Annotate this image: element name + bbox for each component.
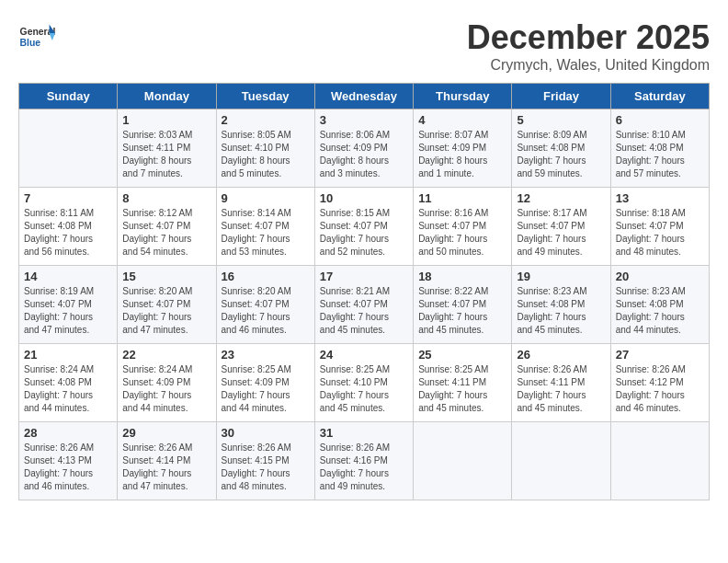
day-of-week-header: Tuesday: [216, 84, 314, 109]
calendar-cell: 7Sunrise: 8:11 AM Sunset: 4:08 PM Daylig…: [19, 188, 118, 266]
day-info: Sunrise: 8:03 AM Sunset: 4:11 PM Dayligh…: [122, 129, 210, 180]
calendar-cell: 14Sunrise: 8:19 AM Sunset: 4:07 PM Dayli…: [19, 266, 118, 344]
calendar-cell: 23Sunrise: 8:25 AM Sunset: 4:09 PM Dayli…: [216, 344, 314, 422]
calendar-week-row: 14Sunrise: 8:19 AM Sunset: 4:07 PM Dayli…: [19, 266, 710, 344]
calendar-cell: 10Sunrise: 8:15 AM Sunset: 4:07 PM Dayli…: [314, 188, 413, 266]
calendar-cell: 22Sunrise: 8:24 AM Sunset: 4:09 PM Dayli…: [118, 344, 216, 422]
day-number: 11: [418, 191, 506, 205]
day-number: 29: [122, 426, 210, 440]
day-number: 28: [24, 426, 112, 440]
day-number: 30: [222, 426, 310, 440]
calendar-cell: 4Sunrise: 8:07 AM Sunset: 4:09 PM Daylig…: [414, 109, 512, 188]
day-number: 19: [517, 270, 605, 283]
day-info: Sunrise: 8:11 AM Sunset: 4:08 PM Dayligh…: [24, 207, 112, 259]
day-info: Sunrise: 8:19 AM Sunset: 4:07 PM Dayligh…: [24, 285, 112, 337]
calendar-cell: 6Sunrise: 8:10 AM Sunset: 4:08 PM Daylig…: [610, 109, 709, 188]
calendar-week-row: 1Sunrise: 8:03 AM Sunset: 4:11 PM Daylig…: [19, 109, 710, 188]
calendar-cell: 13Sunrise: 8:18 AM Sunset: 4:07 PM Dayli…: [610, 188, 709, 266]
calendar-cell: [610, 422, 709, 500]
day-info: Sunrise: 8:15 AM Sunset: 4:07 PM Dayligh…: [320, 207, 408, 259]
day-info: Sunrise: 8:23 AM Sunset: 4:08 PM Dayligh…: [616, 285, 704, 337]
day-info: Sunrise: 8:18 AM Sunset: 4:07 PM Dayligh…: [616, 207, 704, 259]
day-info: Sunrise: 8:25 AM Sunset: 4:11 PM Dayligh…: [418, 363, 506, 415]
day-number: 2: [222, 113, 310, 127]
day-of-week-header: Wednesday: [314, 84, 413, 109]
calendar-cell: 28Sunrise: 8:26 AM Sunset: 4:13 PM Dayli…: [19, 422, 118, 500]
logo-icon: General Blue: [18, 18, 55, 55]
day-info: Sunrise: 8:10 AM Sunset: 4:08 PM Dayligh…: [616, 129, 704, 180]
day-info: Sunrise: 8:21 AM Sunset: 4:07 PM Dayligh…: [320, 285, 408, 337]
day-number: 14: [24, 270, 112, 283]
day-number: 10: [320, 191, 408, 205]
location: Crymych, Wales, United Kingdom: [467, 57, 710, 74]
day-info: Sunrise: 8:12 AM Sunset: 4:07 PM Dayligh…: [122, 207, 210, 259]
day-number: 31: [320, 426, 408, 440]
day-info: Sunrise: 8:14 AM Sunset: 4:07 PM Dayligh…: [222, 207, 310, 259]
header: General Blue December 2025 Crymych, Wale…: [18, 18, 710, 74]
day-number: 20: [616, 270, 704, 283]
day-number: 21: [24, 348, 112, 362]
day-number: 25: [418, 348, 506, 362]
calendar-cell: 24Sunrise: 8:25 AM Sunset: 4:10 PM Dayli…: [314, 344, 413, 422]
calendar-week-row: 7Sunrise: 8:11 AM Sunset: 4:08 PM Daylig…: [19, 188, 710, 266]
calendar-cell: 3Sunrise: 8:06 AM Sunset: 4:09 PM Daylig…: [314, 109, 413, 188]
calendar-cell: 16Sunrise: 8:20 AM Sunset: 4:07 PM Dayli…: [216, 266, 314, 344]
calendar-cell: 30Sunrise: 8:26 AM Sunset: 4:15 PM Dayli…: [216, 422, 314, 500]
calendar-cell: [414, 422, 512, 500]
day-info: Sunrise: 8:05 AM Sunset: 4:10 PM Dayligh…: [222, 129, 310, 180]
day-info: Sunrise: 8:26 AM Sunset: 4:16 PM Dayligh…: [320, 442, 408, 493]
day-info: Sunrise: 8:07 AM Sunset: 4:09 PM Dayligh…: [418, 129, 506, 180]
day-info: Sunrise: 8:26 AM Sunset: 4:12 PM Dayligh…: [616, 363, 704, 415]
day-number: 15: [122, 270, 210, 283]
day-number: 7: [24, 191, 112, 205]
day-number: 23: [222, 348, 310, 362]
calendar-cell: 5Sunrise: 8:09 AM Sunset: 4:08 PM Daylig…: [512, 109, 610, 188]
calendar-week-row: 28Sunrise: 8:26 AM Sunset: 4:13 PM Dayli…: [19, 422, 710, 500]
day-info: Sunrise: 8:09 AM Sunset: 4:08 PM Dayligh…: [517, 129, 605, 180]
calendar-cell: 12Sunrise: 8:17 AM Sunset: 4:07 PM Dayli…: [512, 188, 610, 266]
calendar-cell: 25Sunrise: 8:25 AM Sunset: 4:11 PM Dayli…: [414, 344, 512, 422]
day-number: 4: [418, 113, 506, 127]
calendar-week-row: 21Sunrise: 8:24 AM Sunset: 4:08 PM Dayli…: [19, 344, 710, 422]
calendar-cell: 8Sunrise: 8:12 AM Sunset: 4:07 PM Daylig…: [118, 188, 216, 266]
calendar-cell: 19Sunrise: 8:23 AM Sunset: 4:08 PM Dayli…: [512, 266, 610, 344]
day-number: 18: [418, 270, 506, 283]
day-number: 24: [320, 348, 408, 362]
day-info: Sunrise: 8:24 AM Sunset: 4:08 PM Dayligh…: [24, 363, 112, 415]
calendar-cell: 26Sunrise: 8:26 AM Sunset: 4:11 PM Dayli…: [512, 344, 610, 422]
title-area: December 2025 Crymych, Wales, United Kin…: [467, 18, 710, 74]
logo: General Blue: [18, 18, 59, 55]
day-info: Sunrise: 8:26 AM Sunset: 4:15 PM Dayligh…: [222, 442, 310, 493]
svg-marker-3: [50, 33, 55, 40]
calendar-cell: 15Sunrise: 8:20 AM Sunset: 4:07 PM Dayli…: [118, 266, 216, 344]
day-number: 8: [122, 191, 210, 205]
day-info: Sunrise: 8:23 AM Sunset: 4:08 PM Dayligh…: [517, 285, 605, 337]
day-number: 5: [517, 113, 605, 127]
day-of-week-header: Thursday: [414, 84, 512, 109]
day-info: Sunrise: 8:25 AM Sunset: 4:09 PM Dayligh…: [222, 363, 310, 415]
day-number: 1: [122, 113, 210, 127]
day-info: Sunrise: 8:22 AM Sunset: 4:07 PM Dayligh…: [418, 285, 506, 337]
day-info: Sunrise: 8:16 AM Sunset: 4:07 PM Dayligh…: [418, 207, 506, 259]
day-info: Sunrise: 8:24 AM Sunset: 4:09 PM Dayligh…: [122, 363, 210, 415]
calendar-cell: 11Sunrise: 8:16 AM Sunset: 4:07 PM Dayli…: [414, 188, 512, 266]
day-number: 27: [616, 348, 704, 362]
day-info: Sunrise: 8:20 AM Sunset: 4:07 PM Dayligh…: [222, 285, 310, 337]
calendar-cell: 29Sunrise: 8:26 AM Sunset: 4:14 PM Dayli…: [118, 422, 216, 500]
month-title: December 2025: [467, 18, 710, 57]
day-of-week-header: Saturday: [610, 84, 709, 109]
calendar-cell: 18Sunrise: 8:22 AM Sunset: 4:07 PM Dayli…: [414, 266, 512, 344]
day-info: Sunrise: 8:25 AM Sunset: 4:10 PM Dayligh…: [320, 363, 408, 415]
day-number: 13: [616, 191, 704, 205]
day-info: Sunrise: 8:26 AM Sunset: 4:13 PM Dayligh…: [24, 442, 112, 493]
day-info: Sunrise: 8:26 AM Sunset: 4:11 PM Dayligh…: [517, 363, 605, 415]
day-number: 9: [222, 191, 310, 205]
calendar-cell: [19, 109, 118, 188]
day-of-week-header: Sunday: [19, 84, 118, 109]
calendar-cell: 1Sunrise: 8:03 AM Sunset: 4:11 PM Daylig…: [118, 109, 216, 188]
day-number: 22: [122, 348, 210, 362]
day-number: 26: [517, 348, 605, 362]
day-info: Sunrise: 8:06 AM Sunset: 4:09 PM Dayligh…: [320, 129, 408, 180]
calendar-cell: 9Sunrise: 8:14 AM Sunset: 4:07 PM Daylig…: [216, 188, 314, 266]
calendar-cell: 2Sunrise: 8:05 AM Sunset: 4:10 PM Daylig…: [216, 109, 314, 188]
